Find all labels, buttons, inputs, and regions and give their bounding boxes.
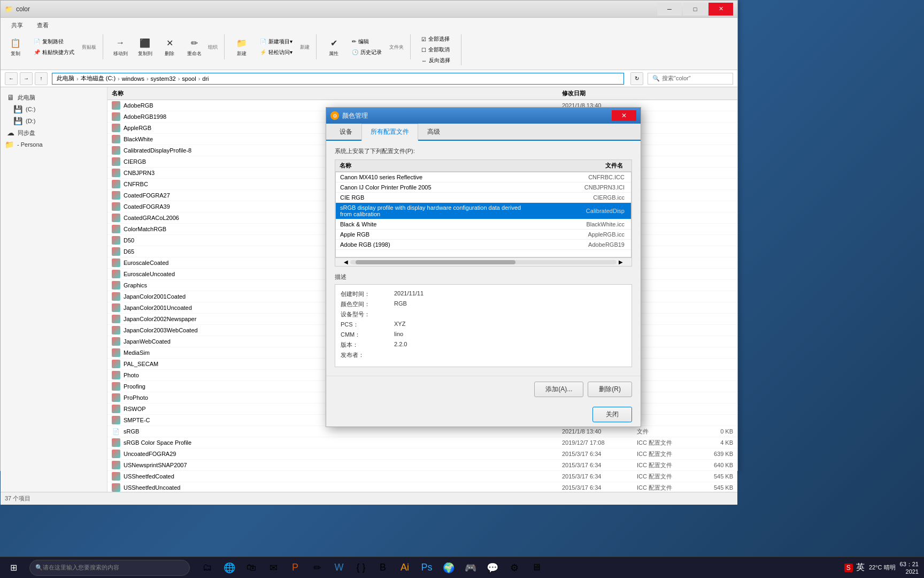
taskbar-icon-chrome[interactable]: 🌍 <box>439 558 458 577</box>
taskbar-icon-mail[interactable]: ✉ <box>264 558 283 577</box>
desc-label-version: 版本： <box>341 341 383 349</box>
taskbar-icon-illustrator[interactable]: Ai <box>395 558 414 577</box>
description-box: 创建时间： 2021/11/11 颜色空间： RGB 设备型号： PCS： <box>335 284 632 367</box>
taskbar-icon-brackets[interactable]: { } <box>351 558 371 577</box>
scroll-right-icon[interactable]: ▶ <box>619 259 623 265</box>
profile-header-file: 文件名 <box>528 162 627 170</box>
tab-all-profiles[interactable]: 所有配置文件 <box>361 124 418 141</box>
profile-name: Apple RGB <box>340 231 530 238</box>
clock-time: 63：21 <box>900 560 919 568</box>
profile-row[interactable]: Adobe RGB (1998) AdobeRGB19 <box>336 240 631 250</box>
dialog-main-close-button[interactable]: 关闭 <box>592 407 632 422</box>
taskbar-search[interactable]: 🔍 请在这里输入您要搜索的内容 <box>29 560 190 576</box>
taskbar-icons: 🗂 🌐 🛍 ✉ P ✏ W { } B Ai Ps 🌍 🎮 💬 ⚙ 🖥 <box>192 558 551 577</box>
profile-header-name: 名称 <box>340 162 528 170</box>
horizontal-scrollbar[interactable]: ◀ ▶ <box>335 258 632 267</box>
profile-row-selected[interactable]: sRGB display profile with display hardwa… <box>336 203 631 219</box>
profile-row[interactable]: CIE RGB CIERGB.icc <box>336 193 631 203</box>
tray-icon-ime[interactable]: 英 <box>856 562 865 573</box>
taskbar-icon-store[interactable]: 🛍 <box>242 558 261 577</box>
profile-scroll-area[interactable]: Canon MX410 series Reflective CNFRBC.ICC… <box>335 172 632 257</box>
taskbar-icon-photoshop[interactable]: Ps <box>417 558 436 577</box>
profile-table: 名称 文件名 Canon MX410 series Reflective CNF… <box>335 159 632 258</box>
taskbar-icon-word[interactable]: W <box>329 558 349 577</box>
desc-row-pcs: PCS： XYZ <box>341 321 626 329</box>
taskbar-icon-files[interactable]: 🗂 <box>198 558 217 577</box>
desc-row-device-model: 设备型号： <box>341 310 626 318</box>
taskbar: ⊞ 🔍 请在这里输入您要搜索的内容 🗂 🌐 🛍 ✉ P ✏ W { } B Ai… <box>0 557 924 578</box>
scroll-left-icon[interactable]: ◀ <box>344 259 348 265</box>
desc-value-pcs: XYZ <box>394 321 405 329</box>
tab-device[interactable]: 设备 <box>330 124 361 141</box>
taskbar-icon-edge[interactable]: 🌐 <box>220 558 239 577</box>
profile-table-header: 名称 文件名 <box>335 160 632 172</box>
dialog-content: 系统上安装了下列配置文件(P): 名称 文件名 Canon MX410 seri… <box>326 141 641 374</box>
profile-row[interactable]: Canon IJ Color Printer Profile 2005 CNBJ… <box>336 182 631 193</box>
desc-label-colorspace: 颜色空间： <box>341 300 383 308</box>
taskbar-icon-game[interactable]: 🎮 <box>461 558 480 577</box>
dialog-tabs: 设备 所有配置文件 高级 <box>326 124 641 141</box>
desc-value-created: 2021/11/11 <box>394 290 424 298</box>
tab-advanced[interactable]: 高级 <box>418 124 449 141</box>
profile-name: CIE RGB <box>340 194 530 201</box>
tray-icons: S 英 <box>844 562 865 573</box>
desc-row-version: 版本： 2.2.0 <box>341 341 626 349</box>
taskbar-search-text: 请在这里输入您要搜索的内容 <box>43 564 119 572</box>
profile-name: Canon IJ Color Printer Profile 2005 <box>340 184 530 191</box>
profile-file: CNBJPRN3.ICI <box>530 184 627 191</box>
profile-row[interactable]: Black & White BlackWhite.icc <box>336 219 631 230</box>
taskbar-icon-bridge[interactable]: B <box>373 558 392 577</box>
dialog-close-button[interactable]: ✕ <box>612 110 636 121</box>
desc-value-cmm: lino <box>394 331 403 339</box>
desc-label-publisher: 发布者： <box>341 351 383 359</box>
desc-row-cmm: CMM： lino <box>341 331 626 339</box>
taskbar-icon-settings[interactable]: ⚙ <box>505 558 524 577</box>
desc-row-colorspace: 颜色空间： RGB <box>341 300 626 308</box>
tray-icon-s[interactable]: S <box>844 564 853 572</box>
remove-profile-button[interactable]: 删除(R) <box>588 382 632 397</box>
taskbar-icon-powerpoint[interactable]: P <box>286 558 305 577</box>
profile-file: CNFRBC.ICC <box>530 174 627 180</box>
dialog-icon: ⚙ <box>330 111 339 120</box>
profile-name: sRGB display profile with display hardwa… <box>340 204 530 217</box>
desc-label-created: 创建时间： <box>341 290 383 298</box>
description-section: 描述 创建时间： 2021/11/11 颜色空间： RGB 设备型号： <box>335 273 632 367</box>
profile-file: CIERGB.icc <box>530 194 627 201</box>
profile-name: Canon MX410 series Reflective <box>340 174 530 180</box>
profile-name: Black & White <box>340 221 530 227</box>
search-icon-taskbar: 🔍 <box>35 564 43 571</box>
taskbar-icon-monitor[interactable]: 🖥 <box>527 558 546 577</box>
scroll-thumb[interactable] <box>356 260 515 264</box>
taskbar-tray: S 英 22°C 晴明 63：21 2021 <box>844 560 924 575</box>
profile-file: AdobeRGB19 <box>530 241 627 248</box>
desc-label-device-model: 设备型号： <box>341 310 383 318</box>
profile-file: CalibratedDisp <box>530 208 627 214</box>
dialog-section-label: 系统上安装了下列配置文件(P): <box>335 147 632 155</box>
desc-row-publisher: 发布者： <box>341 351 626 359</box>
dialog-titlebar: ⚙ 颜色管理 ✕ <box>326 108 641 124</box>
desc-label-pcs: PCS： <box>341 321 383 329</box>
dialog-bottom-buttons: 关闭 <box>326 402 641 427</box>
dialog-overlay: ⚙ 颜色管理 ✕ 设备 所有配置文件 高级 系统上安装了下列配置文件(P): 名… <box>0 0 924 578</box>
start-button[interactable]: ⊞ <box>0 557 27 579</box>
profile-row[interactable]: Apple RGB AppleRGB.icc <box>336 230 631 240</box>
profile-file: AppleRGB.icc <box>530 231 627 238</box>
desc-value-version: 2.2.0 <box>394 341 407 349</box>
desc-value-colorspace: RGB <box>394 300 407 308</box>
clock-date: 2021 <box>900 568 919 575</box>
profile-file: BlackWhite.icc <box>530 221 627 227</box>
profile-row[interactable]: Canon MX410 series Reflective CNFRBC.ICC <box>336 172 631 182</box>
desc-label-cmm: CMM： <box>341 331 383 339</box>
desktop: 📁 color ─ □ ✕ 共享 查看 📋 复制 <box>0 0 924 578</box>
desc-row-created: 创建时间： 2021/11/11 <box>341 290 626 298</box>
dialog-title: 颜色管理 <box>342 111 612 120</box>
description-label: 描述 <box>335 273 632 281</box>
profile-name: Adobe RGB (1998) <box>340 241 530 248</box>
dialog-action-buttons: 添加(A)... 删除(R) <box>326 376 641 402</box>
taskbar-clock[interactable]: 63：21 2021 <box>900 560 919 575</box>
color-management-dialog: ⚙ 颜色管理 ✕ 设备 所有配置文件 高级 系统上安装了下列配置文件(P): 名… <box>326 107 641 427</box>
add-profile-button[interactable]: 添加(A)... <box>534 382 583 397</box>
taskbar-icon-wechat[interactable]: 💬 <box>483 558 502 577</box>
taskbar-weather: 22°C 晴明 <box>869 564 896 572</box>
taskbar-icon-draw[interactable]: ✏ <box>307 558 327 577</box>
